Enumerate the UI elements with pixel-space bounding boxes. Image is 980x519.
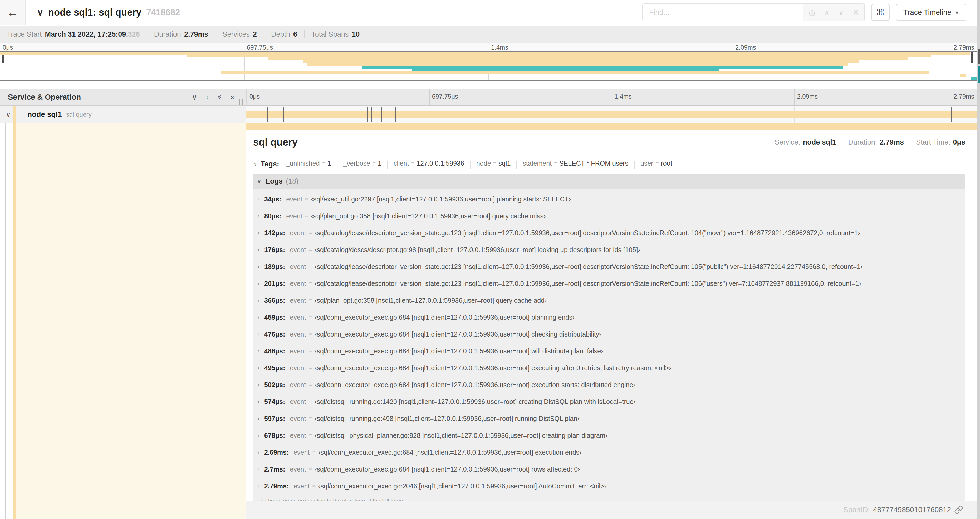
log-field-name: event xyxy=(286,195,302,203)
log-entry[interactable]: ›495μs:event=‹sql/conn_executor_exec.go:… xyxy=(253,359,965,376)
prev-result-icon[interactable]: ∧ xyxy=(824,8,830,17)
log-value: ‹sql/distsql_physical_planner.go:828 [ns… xyxy=(315,432,608,439)
chevron-right-icon[interactable]: › xyxy=(258,331,259,338)
summary-label: Duration xyxy=(154,30,181,38)
scrollbar-thumb[interactable] xyxy=(978,49,980,64)
chevron-right-icon[interactable]: › xyxy=(258,263,259,270)
trace-summary-bar: Trace StartMarch 31 2022, 17:25:09.326Du… xyxy=(0,26,980,43)
tags-section[interactable]: › Tags: _unfinished=1_verbose=1client=12… xyxy=(253,158,965,170)
log-entry[interactable]: ›189μs:event=‹sql/catalog/lease/descript… xyxy=(253,258,965,275)
tag-item[interactable]: node=sql1 xyxy=(476,160,511,167)
chevron-right-icon[interactable]: › xyxy=(258,297,259,304)
divider xyxy=(253,154,965,154)
chevron-right-icon[interactable]: › xyxy=(258,246,259,254)
equals-sign: = xyxy=(309,263,312,270)
tag-value: 1 xyxy=(327,160,331,167)
column-resizer[interactable] xyxy=(239,99,243,105)
log-entry[interactable]: ›2.79ms:event=‹sql/conn_executor_exec.go… xyxy=(253,477,965,495)
back-button[interactable]: ← xyxy=(0,0,26,25)
chevron-right-icon[interactable]: › xyxy=(258,195,259,203)
log-entry[interactable]: ›574μs:event=‹sql/distsql_running.go:142… xyxy=(253,393,965,410)
collapse-all-icon[interactable]: » xyxy=(231,93,235,101)
log-entry[interactable]: ›678μs:event=‹sql/distsql_physical_plann… xyxy=(253,427,965,444)
chevron-right-icon[interactable]: › xyxy=(258,347,259,355)
log-entry[interactable]: ›366μs:event=‹sql/plan_opt.go:358 [nsql1… xyxy=(253,292,965,309)
tag-item[interactable]: user=root xyxy=(640,160,672,167)
vertical-scrollbar[interactable] xyxy=(977,0,980,519)
trace-collapse-icon[interactable]: ∨ xyxy=(37,7,43,18)
tag-value: SELECT * FROM users xyxy=(559,160,628,167)
tag-item[interactable]: statement=SELECT * FROM users xyxy=(523,160,628,167)
chevron-right-icon[interactable]: › xyxy=(258,229,259,236)
collapse-one-level-icon[interactable]: › xyxy=(206,93,208,101)
span-row-label[interactable]: ∨ node sql1 sql query xyxy=(0,106,246,123)
log-field-name: event xyxy=(290,297,306,304)
ruler-tick-label: 2.79ms xyxy=(953,44,974,51)
log-value: ‹sql/conn_executor_exec.go:684 [nsql1,cl… xyxy=(315,313,574,321)
logs-section-header[interactable]: ∨ Logs (18) xyxy=(253,174,965,188)
span-operation-name: sql query xyxy=(66,111,92,118)
summary-divider xyxy=(215,30,215,38)
find-input[interactable] xyxy=(643,4,803,21)
summary-label: Total Spans xyxy=(312,30,348,38)
link-icon[interactable] xyxy=(954,505,963,514)
chevron-right-icon[interactable]: › xyxy=(258,449,259,456)
chevron-right-icon[interactable]: › xyxy=(258,398,259,405)
chevron-right-icon[interactable]: › xyxy=(258,465,259,473)
expand-all-icon[interactable]: » xyxy=(215,95,224,99)
chevron-right-icon[interactable]: › xyxy=(258,381,259,388)
log-marker xyxy=(297,107,297,121)
span-detail-card: sql query Service:node sql1Duration:2.79… xyxy=(246,130,977,501)
chevron-right-icon[interactable]: › xyxy=(258,415,259,422)
keyboard-shortcuts-button[interactable]: ⌘ xyxy=(871,4,889,21)
chevron-right-icon[interactable]: › xyxy=(258,212,259,220)
next-result-icon[interactable]: ∨ xyxy=(838,8,844,17)
log-entry[interactable]: ›459μs:event=‹sql/conn_executor_exec.go:… xyxy=(253,309,965,326)
log-entry[interactable]: ›476μs:event=‹sql/conn_executor_exec.go:… xyxy=(253,326,965,343)
chevron-right-icon[interactable]: › xyxy=(258,364,259,372)
tag-item[interactable]: client=127.0.0.1:59936 xyxy=(394,160,464,167)
log-entry[interactable]: ›201μs:event=‹sql/catalog/lease/descript… xyxy=(253,275,965,292)
chevron-right-icon[interactable]: › xyxy=(258,432,259,439)
view-selector-button[interactable]: Trace Timeline ∨ xyxy=(896,4,966,21)
ruler-tick-label: 1.4ms xyxy=(615,93,632,100)
clear-search-icon[interactable]: ✕ xyxy=(853,8,859,17)
minimap-right-drag-handle[interactable] xyxy=(971,52,973,63)
log-timestamp: 366μs: xyxy=(264,297,285,304)
log-entry[interactable]: ›2.7ms:event=‹sql/conn_executor_exec.go:… xyxy=(253,461,965,477)
log-entry[interactable]: ›80μs:event=‹sql/plan_opt.go:358 [nsql1,… xyxy=(253,208,965,224)
tag-value: 127.0.0.1:59936 xyxy=(417,160,464,167)
log-marker xyxy=(379,107,379,121)
log-entry[interactable]: ›502μs:event=‹sql/conn_executor_exec.go:… xyxy=(253,376,965,393)
command-icon: ⌘ xyxy=(876,7,885,18)
meta-label: Service: xyxy=(775,138,800,146)
chevron-right-icon[interactable]: › xyxy=(258,313,259,321)
ruler-gridline xyxy=(794,89,795,105)
locate-icon[interactable]: ◎ xyxy=(809,8,815,17)
summary-value: 10 xyxy=(352,30,360,38)
log-entry[interactable]: ›34μs:event=‹sql/exec_util.go:2297 [nsql… xyxy=(253,191,965,208)
summary-item: Trace StartMarch 31 2022, 17:25:09.326 xyxy=(7,30,140,38)
log-entry[interactable]: ›2.69ms:event=‹sql/conn_executor_exec.go… xyxy=(253,444,965,461)
log-entry[interactable]: ›142μs:event=‹sql/catalog/lease/descript… xyxy=(253,224,965,241)
tag-item[interactable]: _unfinished=1 xyxy=(286,160,331,167)
tag-divider xyxy=(470,161,471,169)
log-entry[interactable]: ›176μs:event=‹sql/catalog/descs/descript… xyxy=(253,241,965,258)
chevron-right-icon[interactable]: › xyxy=(258,280,259,287)
span-duration-bar[interactable] xyxy=(246,111,977,118)
equals-sign: = xyxy=(493,160,496,167)
summary-divider xyxy=(147,30,147,38)
minimap[interactable] xyxy=(0,51,977,81)
log-entry[interactable]: ›486μs:event=‹sql/conn_executor_exec.go:… xyxy=(253,343,965,359)
tag-key: client xyxy=(394,160,409,167)
tag-item[interactable]: _verbose=1 xyxy=(343,160,382,167)
span-bar-row[interactable] xyxy=(246,106,977,123)
chevron-down-icon[interactable]: ∨ xyxy=(6,110,14,119)
summary-value: 6 xyxy=(293,30,297,38)
chevron-right-icon[interactable]: › xyxy=(258,482,259,490)
tag-key: _unfinished xyxy=(286,160,320,167)
log-field-name: event xyxy=(290,313,306,321)
summary-value-fraction: .326 xyxy=(126,30,140,38)
expand-one-level-icon[interactable]: ∨ xyxy=(192,93,197,102)
log-entry[interactable]: ›597μs:event=‹sql/distsql_running.go:498… xyxy=(253,410,965,427)
